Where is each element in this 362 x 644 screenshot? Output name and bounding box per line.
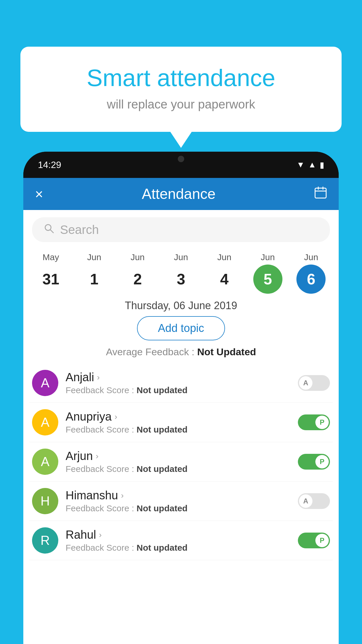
student-info: Rahul ›Feedback Score : Not updated — [66, 528, 291, 553]
student-name: Anupriya › — [66, 410, 291, 423]
calendar-col[interactable]: Jun2 — [119, 252, 157, 294]
calendar-icon[interactable] — [314, 186, 327, 202]
avg-feedback-prefix: Average Feedback : — [106, 346, 197, 357]
student-info: Anjali ›Feedback Score : Not updated — [66, 371, 291, 395]
student-info: Anupriya ›Feedback Score : Not updated — [66, 410, 291, 435]
battery-icon: ▮ — [320, 160, 324, 170]
toggle-knob: A — [299, 376, 312, 390]
cal-day[interactable]: 4 — [210, 265, 239, 294]
toggle-knob: P — [315, 455, 329, 468]
app-screen: × Attendance Search Ma — [23, 178, 339, 644]
calendar-col[interactable]: Jun6 — [292, 252, 330, 294]
avatar: A — [32, 370, 58, 396]
cal-month: Jun — [261, 252, 275, 262]
app-header: × Attendance — [23, 178, 339, 210]
calendar-col[interactable]: Jun1 — [75, 252, 113, 294]
student-item[interactable]: HHimanshu ›Feedback Score : Not updatedA — [29, 482, 333, 521]
cal-day[interactable]: 5 — [253, 265, 282, 294]
cal-day[interactable]: 2 — [123, 265, 152, 294]
close-button[interactable]: × — [35, 186, 43, 202]
student-item[interactable]: AAnjali ›Feedback Score : Not updatedA — [29, 363, 333, 403]
toggle-container[interactable]: A — [298, 375, 330, 391]
speech-bubble-container: Smart attendance will replace your paper… — [20, 47, 342, 132]
status-time: 14:29 — [38, 160, 61, 170]
speech-bubble: Smart attendance will replace your paper… — [20, 47, 342, 132]
student-feedback: Feedback Score : Not updated — [66, 425, 291, 435]
cal-month: Jun — [174, 252, 188, 262]
toggle-container[interactable]: P — [298, 454, 330, 470]
cal-month: Jun — [217, 252, 231, 262]
chevron-icon: › — [97, 373, 100, 382]
wifi-icon: ▼ — [297, 160, 305, 169]
chevron-icon: › — [115, 412, 117, 421]
search-bar[interactable]: Search — [32, 217, 330, 242]
toggle-container[interactable]: P — [298, 414, 330, 430]
svg-line-5 — [50, 230, 53, 233]
student-name: Himanshu › — [66, 489, 291, 502]
search-icon — [44, 223, 54, 236]
signal-icon: ▲ — [308, 160, 316, 169]
toggle-knob: P — [315, 416, 329, 429]
attendance-toggle[interactable]: A — [298, 375, 330, 391]
camera-dot — [178, 156, 184, 162]
student-feedback: Feedback Score : Not updated — [66, 385, 291, 395]
chevron-icon: › — [96, 452, 98, 461]
calendar-col[interactable]: Jun4 — [205, 252, 243, 294]
cal-day[interactable]: 6 — [296, 265, 326, 294]
search-placeholder: Search — [60, 223, 99, 237]
student-item[interactable]: RRahul ›Feedback Score : Not updatedP — [29, 521, 333, 560]
student-name: Rahul › — [66, 528, 291, 541]
notch — [162, 152, 200, 166]
cal-month: Jun — [131, 252, 145, 262]
student-feedback: Feedback Score : Not updated — [66, 543, 291, 553]
avg-feedback: Average Feedback : Not Updated — [23, 346, 339, 358]
student-feedback: Feedback Score : Not updated — [66, 464, 291, 474]
student-name: Arjun › — [66, 449, 291, 463]
status-bar: 14:29 ▼ ▲ ▮ — [23, 152, 339, 178]
toggle-container[interactable]: P — [298, 533, 330, 548]
student-item[interactable]: AAnupriya ›Feedback Score : Not updatedP — [29, 403, 333, 442]
avatar: H — [32, 488, 58, 514]
avatar: R — [32, 527, 58, 554]
student-feedback: Feedback Score : Not updated — [66, 503, 291, 513]
cal-month: May — [43, 252, 59, 262]
student-item[interactable]: AArjun ›Feedback Score : Not updatedP — [29, 442, 333, 482]
header-title: Attendance — [142, 186, 216, 202]
status-icons: ▼ ▲ ▮ — [297, 160, 324, 170]
attendance-toggle[interactable]: A — [298, 493, 330, 509]
svg-rect-0 — [315, 188, 326, 198]
bubble-title: Smart attendance — [44, 64, 318, 92]
selected-date-label: Thursday, 06 June 2019 — [23, 300, 339, 312]
cal-month: Jun — [304, 252, 318, 262]
avatar: A — [32, 409, 58, 435]
cal-day[interactable]: 3 — [166, 265, 196, 294]
avg-feedback-value: Not Updated — [197, 346, 256, 357]
cal-day[interactable]: 1 — [80, 265, 109, 294]
add-topic-button[interactable]: Add topic — [137, 316, 225, 340]
toggle-knob: P — [315, 534, 329, 547]
calendar-dates: May31Jun1Jun2Jun3Jun4Jun5Jun6 — [23, 249, 339, 294]
student-name: Anjali › — [66, 371, 291, 384]
bubble-subtitle: will replace your paperwork — [44, 97, 318, 111]
calendar-col[interactable]: Jun5 — [249, 252, 287, 294]
avatar: A — [32, 449, 58, 475]
phone-frame: 14:29 ▼ ▲ ▮ × Attendance — [23, 152, 339, 644]
cal-month: Jun — [87, 252, 101, 262]
attendance-toggle[interactable]: P — [298, 533, 330, 548]
student-info: Himanshu ›Feedback Score : Not updated — [66, 489, 291, 513]
attendance-toggle[interactable]: P — [298, 454, 330, 470]
chevron-icon: › — [99, 530, 102, 540]
student-list: AAnjali ›Feedback Score : Not updatedAAA… — [23, 363, 339, 560]
student-info: Arjun ›Feedback Score : Not updated — [66, 449, 291, 474]
chevron-icon: › — [121, 491, 124, 500]
calendar-col[interactable]: May31 — [32, 252, 70, 294]
cal-day[interactable]: 31 — [36, 265, 65, 294]
calendar-col[interactable]: Jun3 — [162, 252, 200, 294]
toggle-container[interactable]: A — [298, 493, 330, 509]
toggle-knob: A — [299, 494, 312, 508]
attendance-toggle[interactable]: P — [298, 414, 330, 430]
